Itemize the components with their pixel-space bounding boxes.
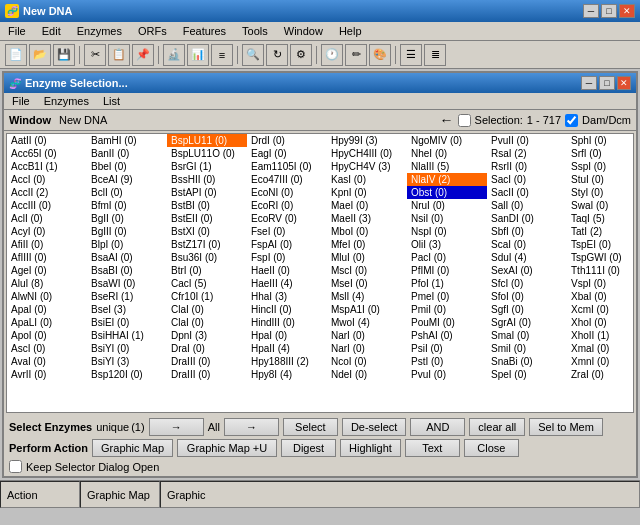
table-cell[interactable]: SanDI (0) xyxy=(487,212,567,225)
table-row[interactable]: AccIII (0)BfmI (0)BstBI (0)EcoRI (0)MaeI… xyxy=(7,199,634,212)
table-cell[interactable]: SmaI (0) xyxy=(487,329,567,342)
graphic-map-button[interactable]: Graphic Map xyxy=(92,439,173,457)
all-arrow-button[interactable]: → xyxy=(224,418,279,436)
table-cell[interactable]: ScaI (0) xyxy=(487,238,567,251)
maximize-button[interactable]: □ xyxy=(601,4,617,18)
table-cell[interactable]: SbfI (0) xyxy=(487,225,567,238)
table-cell[interactable]: MaeII (3) xyxy=(327,212,407,225)
clear-all-button[interactable]: clear all xyxy=(469,418,525,436)
table-cell[interactable]: DraIII (0) xyxy=(167,368,247,381)
table-row[interactable]: AvaI (0)BsiYI (3)DraIII (0)Hpy188III (2)… xyxy=(7,355,634,368)
table-cell[interactable]: SexAI (0) xyxy=(487,264,567,277)
table-cell[interactable]: NlaIV (2) xyxy=(407,173,487,186)
table-row[interactable]: AluI (8)BsaWI (0)CacI (5)HaeIII (4)MseI … xyxy=(7,277,634,290)
table-cell[interactable]: ApoI (0) xyxy=(7,329,87,342)
table-cell[interactable]: ClaI (0) xyxy=(167,316,247,329)
table-cell[interactable]: MluI (0) xyxy=(327,251,407,264)
table-cell[interactable]: BseI (3) xyxy=(87,303,167,316)
table-cell[interactable]: EcoNI (0) xyxy=(247,186,327,199)
table-cell[interactable]: HpyCH4V (3) xyxy=(327,160,407,173)
enzyme-menu-list[interactable]: List xyxy=(100,94,123,108)
table-cell[interactable]: TspEI (0) xyxy=(567,238,634,251)
table-row[interactable]: AscI (0)BsiYI (0)DraI (0)HpaII (4)NarI (… xyxy=(7,342,634,355)
table-cell[interactable]: ApaLI (0) xyxy=(7,316,87,329)
table-row[interactable]: AlwNI (0)BseRI (1)Cfr10I (1)HhaI (3)MslI… xyxy=(7,290,634,303)
list-button[interactable]: ☰ xyxy=(400,44,422,66)
table-cell[interactable]: Acc65I (0) xyxy=(7,147,87,160)
rotate-button[interactable]: ↻ xyxy=(266,44,288,66)
settings-button[interactable]: ⚙ xyxy=(290,44,312,66)
table-cell[interactable]: AvrII (0) xyxy=(7,368,87,381)
table-cell[interactable]: Cfr10I (1) xyxy=(167,290,247,303)
table-cell[interactable]: BspLU11O (0) xyxy=(167,147,247,160)
table-cell[interactable]: AfIIII (0) xyxy=(7,251,87,264)
table-row[interactable]: AccB1I (1)BbeI (0)BsrGI (1)Eam1105I (0)H… xyxy=(7,160,634,173)
table-cell[interactable]: BseRI (1) xyxy=(87,290,167,303)
copy-button[interactable]: 📋 xyxy=(108,44,130,66)
table-cell[interactable]: Tth111I (0) xyxy=(567,264,634,277)
minimize-button[interactable]: ─ xyxy=(583,4,599,18)
table-cell[interactable]: PvuI (0) xyxy=(407,368,487,381)
table-cell[interactable]: BsrGI (1) xyxy=(167,160,247,173)
table-cell[interactable]: BanII (0) xyxy=(87,147,167,160)
table-cell[interactable]: Hpy8I (4) xyxy=(247,368,327,381)
table-cell[interactable]: HaeIII (4) xyxy=(247,277,327,290)
table-cell[interactable]: NdeI (0) xyxy=(327,368,407,381)
table-cell[interactable]: PsiI (0) xyxy=(407,342,487,355)
deselect-button[interactable]: De-select xyxy=(342,418,406,436)
table-cell[interactable]: SpeI (0) xyxy=(487,368,567,381)
enzyme-table-container[interactable]: AatII (0)BamHI (0)BspLU11 (0)DrdI (0)Hpy… xyxy=(6,133,634,413)
table-cell[interactable]: PvuII (0) xyxy=(487,134,567,147)
table-cell[interactable]: MfeI (0) xyxy=(327,238,407,251)
cut-button[interactable]: ✂ xyxy=(84,44,106,66)
table-cell[interactable]: Bsu36I (0) xyxy=(167,251,247,264)
table-cell[interactable]: BtrI (0) xyxy=(167,264,247,277)
table-cell[interactable]: XmaI (0) xyxy=(567,342,634,355)
table-cell[interactable]: TspGWI (0) xyxy=(567,251,634,264)
table-cell[interactable]: HpaI (0) xyxy=(247,329,327,342)
and-button[interactable]: AND xyxy=(410,418,465,436)
table-cell[interactable]: BspLU11 (0) xyxy=(167,134,247,147)
close-action-button[interactable]: Close xyxy=(464,439,519,457)
table-cell[interactable]: SgfI (0) xyxy=(487,303,567,316)
table-cell[interactable]: RsaI (2) xyxy=(487,147,567,160)
table-cell[interactable]: MspA1I (0) xyxy=(327,303,407,316)
table-cell[interactable]: BstXI (0) xyxy=(167,225,247,238)
menu-orfs[interactable]: ORFs xyxy=(135,24,170,38)
table-row[interactable]: AfiII (0)BlpI (0)BstZ17I (0)FspAI (0)Mfe… xyxy=(7,238,634,251)
table-cell[interactable]: OliI (3) xyxy=(407,238,487,251)
table-cell[interactable]: Bsp120I (0) xyxy=(87,368,167,381)
enzyme-menu-file[interactable]: File xyxy=(9,94,33,108)
paste-button[interactable]: 📌 xyxy=(132,44,154,66)
table-cell[interactable]: BstBI (0) xyxy=(167,199,247,212)
table-cell[interactable]: BsiEI (0) xyxy=(87,316,167,329)
table-row[interactable]: AcyI (0)BgIII (0)BstXI (0)FseI (0)MboI (… xyxy=(7,225,634,238)
chart-button[interactable]: 📊 xyxy=(187,44,209,66)
table-cell[interactable]: HincII (0) xyxy=(247,303,327,316)
table-cell[interactable]: KasI (0) xyxy=(327,173,407,186)
table-cell[interactable]: EcoRV (0) xyxy=(247,212,327,225)
table-cell[interactable]: PstI (0) xyxy=(407,355,487,368)
table-cell[interactable]: NarI (0) xyxy=(327,342,407,355)
table-cell[interactable]: StuI (0) xyxy=(567,173,634,186)
table-cell[interactable]: PfoI (1) xyxy=(407,277,487,290)
table-cell[interactable]: CacI (5) xyxy=(167,277,247,290)
table-cell[interactable]: ZraI (0) xyxy=(567,368,634,381)
table-cell[interactable]: BgII (0) xyxy=(87,212,167,225)
table-cell[interactable]: BsiYI (3) xyxy=(87,355,167,368)
table-cell[interactable]: Obst (0) xyxy=(407,186,487,199)
dam-dcm-checkbox[interactable] xyxy=(565,114,578,127)
table-cell[interactable]: SfoI (0) xyxy=(487,290,567,303)
table-cell[interactable]: TaqI (5) xyxy=(567,212,634,225)
table-cell[interactable]: HpyCH4III (0) xyxy=(327,147,407,160)
table-cell[interactable]: NgoMIV (0) xyxy=(407,134,487,147)
table-cell[interactable]: EagI (0) xyxy=(247,147,327,160)
table-cell[interactable]: BsaAI (0) xyxy=(87,251,167,264)
table-cell[interactable]: AfiII (0) xyxy=(7,238,87,251)
table-cell[interactable]: SmiI (0) xyxy=(487,342,567,355)
highlight-button[interactable]: Highlight xyxy=(340,439,401,457)
table-cell[interactable]: BsaWI (0) xyxy=(87,277,167,290)
menu-window[interactable]: Window xyxy=(281,24,326,38)
table-cell[interactable]: MaeI (0) xyxy=(327,199,407,212)
table-row[interactable]: ApaLI (0)BsiEI (0)ClaI (0)HindIII (0)Mwo… xyxy=(7,316,634,329)
